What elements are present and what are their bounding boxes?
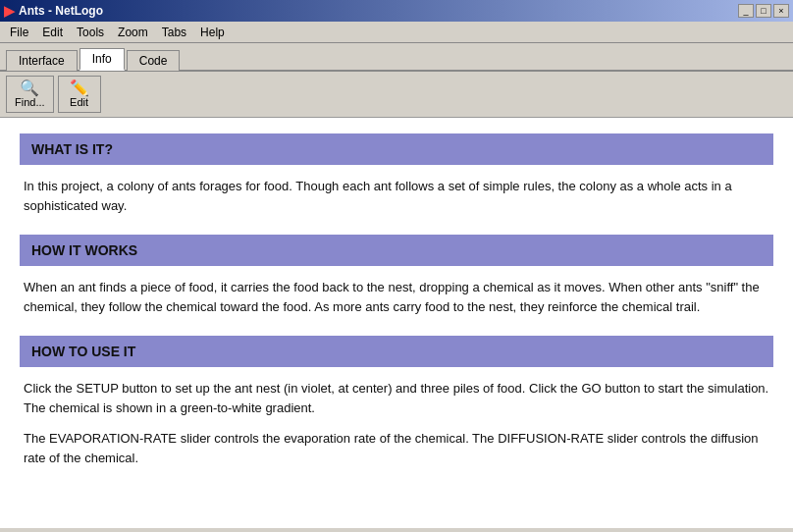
close-button[interactable]: × bbox=[773, 4, 789, 18]
edit-icon: ✏️ bbox=[70, 80, 89, 96]
menu-tools[interactable]: Tools bbox=[71, 24, 110, 41]
tab-bar: Interface Info Code bbox=[0, 43, 793, 72]
search-icon: 🔍 bbox=[20, 80, 39, 96]
section-text-2: When an ant finds a piece of food, it ca… bbox=[20, 278, 773, 316]
tab-code[interactable]: Code bbox=[127, 50, 181, 71]
menu-bar: File Edit Tools Zoom Tabs Help bbox=[0, 22, 793, 43]
menu-file[interactable]: File bbox=[4, 24, 34, 41]
title-bar: ▶ Ants - NetLogo _ □ × bbox=[0, 0, 793, 22]
toolbar: 🔍 Find... ✏️ Edit bbox=[0, 72, 793, 118]
find-button[interactable]: 🔍 Find... bbox=[6, 76, 54, 113]
tab-interface[interactable]: Interface bbox=[6, 50, 78, 71]
section-header-2: HOW IT WORKS bbox=[20, 235, 773, 266]
menu-help[interactable]: Help bbox=[194, 24, 231, 41]
menu-tabs[interactable]: Tabs bbox=[156, 24, 192, 41]
title-controls[interactable]: _ □ × bbox=[738, 4, 789, 18]
section-how-it-works: HOW IT WORKS When an ant finds a piece o… bbox=[20, 235, 773, 316]
section-header-1: WHAT IS IT? bbox=[20, 133, 773, 165]
section-text-3a: Click the SETUP button to set up the ant… bbox=[20, 379, 773, 417]
title-bar-left: ▶ Ants - NetLogo bbox=[4, 3, 103, 19]
content-area[interactable]: WHAT IS IT? In this project, a colony of… bbox=[0, 118, 793, 528]
content-wrapper: WHAT IS IT? In this project, a colony of… bbox=[0, 118, 793, 528]
menu-edit[interactable]: Edit bbox=[36, 24, 69, 41]
section-text-3b: The EVAPORATION-RATE slider controls the… bbox=[20, 429, 773, 467]
window-title: Ants - NetLogo bbox=[19, 4, 103, 18]
section-how-to-use: HOW TO USE IT Click the SETUP button to … bbox=[20, 336, 773, 467]
maximize-button[interactable]: □ bbox=[756, 4, 771, 18]
edit-button[interactable]: ✏️ Edit bbox=[58, 76, 101, 113]
section-header-3: HOW TO USE IT bbox=[20, 336, 773, 367]
tab-info[interactable]: Info bbox=[79, 48, 125, 71]
app-icon: ▶ bbox=[4, 3, 15, 19]
section-text-1: In this project, a colony of ants forage… bbox=[20, 177, 773, 215]
minimize-button[interactable]: _ bbox=[738, 4, 754, 18]
menu-zoom[interactable]: Zoom bbox=[112, 24, 154, 41]
section-what-is-it: WHAT IS IT? In this project, a colony of… bbox=[20, 133, 773, 215]
